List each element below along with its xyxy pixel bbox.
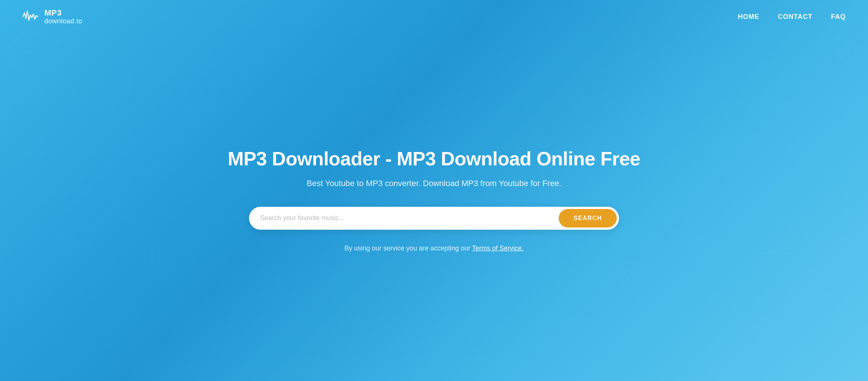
tos-link[interactable]: Terms of Service. [472,245,524,252]
search-input[interactable] [260,209,559,227]
search-button[interactable]: SEARCH [559,209,617,227]
nav-faq[interactable]: FAQ [831,13,846,21]
logo-icon [22,7,41,26]
nav-home[interactable]: HOME [738,13,759,21]
nav-links: HOME CONTACT FAQ [738,13,846,21]
hero-title: MP3 Downloader - MP3 Download Online Fre… [228,148,640,170]
hero-subtitle: Best Youtube to MP3 converter. Download … [307,179,562,188]
hero-section: MP3 download.to HOME CONTACT FAQ MP3 Dow… [0,0,868,381]
navbar: MP3 download.to HOME CONTACT FAQ [0,0,868,33]
search-container: SEARCH [249,207,619,230]
logo[interactable]: MP3 download.to [22,7,83,26]
tos-text: By using our service you are accepting o… [344,245,524,252]
nav-contact[interactable]: CONTACT [778,13,813,21]
hero-content: MP3 Downloader - MP3 Download Online Fre… [0,33,868,381]
logo-text: MP3 download.to [44,8,83,25]
